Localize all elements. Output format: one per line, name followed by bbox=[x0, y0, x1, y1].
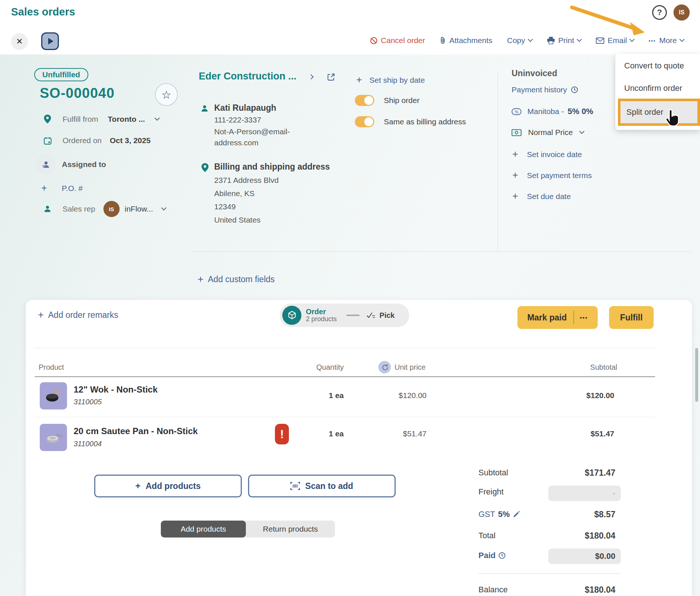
address-title: Billing and shipping address bbox=[214, 162, 330, 172]
balance-amount: $180.04 bbox=[585, 585, 621, 595]
tax-edit[interactable]: GST 5% bbox=[478, 510, 520, 519]
copy-button[interactable]: Copy bbox=[507, 36, 532, 45]
mark-paid-button[interactable]: Mark paid ••• bbox=[517, 306, 598, 329]
tax-row: GST 5% $8.57 bbox=[478, 508, 621, 521]
play-button[interactable] bbox=[41, 32, 59, 50]
ship-order-toggle[interactable] bbox=[355, 95, 374, 106]
paid-link[interactable]: Paid bbox=[478, 551, 506, 560]
customer-name[interactable]: Eder Construction ... bbox=[199, 71, 297, 82]
product-thumbnail-wok bbox=[40, 382, 67, 409]
calendar-icon bbox=[43, 136, 52, 145]
payment-history-link[interactable]: Payment history bbox=[512, 85, 578, 94]
tab-return-products[interactable]: Return products bbox=[246, 521, 335, 538]
assigned-to-label: Assigned to bbox=[62, 160, 106, 169]
svg-text:%: % bbox=[515, 110, 518, 114]
tax-scheme-row[interactable]: % Manitoba - 5% 0% bbox=[512, 107, 593, 116]
col-header-quantity: Quantity bbox=[283, 363, 344, 372]
assigned-to-row[interactable]: Assigned to bbox=[35, 154, 106, 175]
set-payment-terms[interactable]: Set payment terms bbox=[512, 170, 592, 181]
ordered-on-value: Oct 3, 2025 bbox=[110, 136, 151, 145]
col-header-product: Product bbox=[39, 363, 64, 372]
quantity-value[interactable]: 1 ea bbox=[283, 429, 344, 438]
invoice-status: Uninvoiced bbox=[512, 68, 557, 78]
more-dropdown-menu: Convert to quote Unconfirm order Split o… bbox=[615, 54, 700, 130]
no-entry-icon bbox=[370, 37, 378, 45]
quantity-value[interactable]: 1 ea bbox=[283, 391, 344, 400]
order-stage-icon bbox=[282, 306, 301, 325]
chevron-down-icon bbox=[155, 115, 160, 120]
contact-name: Kati Rulapaugh bbox=[214, 103, 276, 113]
pick-stage[interactable]: Pick bbox=[366, 311, 395, 320]
attachments-button[interactable]: Attachments bbox=[440, 36, 492, 45]
ship-order-row: Ship order bbox=[355, 95, 420, 106]
close-icon[interactable]: ✕ bbox=[11, 33, 28, 50]
same-as-billing-toggle[interactable] bbox=[355, 116, 374, 127]
plus-icon bbox=[512, 149, 518, 160]
fulfill-from-value: Toronto ... bbox=[108, 115, 145, 124]
address-line: 12349 bbox=[214, 202, 236, 211]
set-invoice-date[interactable]: Set invoice date bbox=[512, 149, 582, 160]
set-due-date[interactable]: Set due date bbox=[512, 191, 571, 202]
set-ship-by-date[interactable]: Set ship by date bbox=[356, 74, 425, 86]
chevron-down-icon bbox=[528, 37, 533, 42]
menu-item-unconfirm-order[interactable]: Unconfirm order bbox=[624, 84, 682, 93]
sales-order-page: Sales orders ? IS ✕ Cancel order Attachm… bbox=[0, 0, 700, 596]
scan-to-add-button[interactable]: Scan to add bbox=[248, 475, 396, 497]
unit-price-value[interactable]: $51.47 bbox=[375, 429, 427, 438]
email-button[interactable]: Email bbox=[596, 36, 634, 45]
external-link-icon[interactable] bbox=[327, 73, 335, 81]
add-custom-fields[interactable]: Add custom fields bbox=[198, 274, 275, 285]
percent-tag-icon: % bbox=[512, 108, 522, 115]
fulfill-from-row[interactable]: Fulfill from Toronto ... bbox=[43, 114, 159, 124]
pricing-refresh-icon[interactable] bbox=[378, 361, 391, 373]
print-button[interactable]: Print bbox=[547, 36, 581, 45]
scrollbar-thumb[interactable] bbox=[695, 348, 698, 402]
help-icon[interactable]: ? bbox=[652, 5, 667, 20]
plus-icon bbox=[512, 191, 518, 202]
assign-person-icon bbox=[35, 154, 56, 175]
contact-phone: 111-222-3337 bbox=[214, 116, 261, 124]
play-icon bbox=[48, 38, 53, 45]
address-line: United States bbox=[214, 216, 261, 224]
avatar[interactable]: IS bbox=[674, 4, 690, 21]
column-divider bbox=[498, 72, 498, 252]
same-as-billing-label: Same as billing address bbox=[384, 117, 466, 126]
order-stage[interactable]: Order 2 products bbox=[306, 308, 337, 323]
barcode-icon bbox=[290, 482, 300, 490]
button-divider bbox=[573, 311, 574, 324]
totals-divider bbox=[478, 573, 621, 574]
cancel-order-button[interactable]: Cancel order bbox=[370, 36, 425, 45]
mark-paid-more-icon[interactable]: ••• bbox=[580, 315, 588, 321]
product-sku: 3110004 bbox=[74, 440, 102, 448]
chevron-down-icon bbox=[629, 37, 634, 42]
unit-price-value[interactable]: $120.00 bbox=[375, 391, 427, 400]
chevron-down-icon bbox=[161, 205, 166, 210]
contact-person-icon bbox=[201, 104, 209, 113]
address-pin-icon bbox=[201, 163, 209, 173]
ellipsis-icon: ••• bbox=[648, 38, 656, 43]
person-icon bbox=[43, 205, 52, 213]
menu-item-convert-to-quote[interactable]: Convert to quote bbox=[624, 61, 684, 71]
page-title: Sales orders bbox=[11, 6, 75, 18]
star-icon[interactable]: ☆ bbox=[155, 83, 178, 106]
address-line: Abilene, KS bbox=[214, 189, 255, 198]
add-order-remarks[interactable]: Add order remarks bbox=[38, 309, 118, 321]
address-line: 2371 Address Blvd bbox=[214, 176, 279, 185]
menu-item-split-order[interactable]: Split order bbox=[618, 99, 700, 126]
sales-rep-value: inFlow... bbox=[125, 205, 153, 213]
subtotal-value: $120.00 bbox=[563, 391, 614, 400]
plus-icon bbox=[198, 274, 204, 285]
add-products-button[interactable]: + Add products bbox=[94, 475, 242, 497]
pricing-scheme-row[interactable]: Normal Price bbox=[512, 128, 584, 137]
fulfill-button[interactable]: Fulfill bbox=[609, 306, 654, 329]
paid-input[interactable]: $0.00 bbox=[548, 549, 621, 564]
tab-add-products[interactable]: Add products bbox=[161, 521, 246, 538]
freight-input[interactable]: - bbox=[548, 486, 621, 501]
plus-icon bbox=[512, 170, 518, 181]
more-button[interactable]: ••• More bbox=[648, 36, 684, 45]
same-as-billing-row: Same as billing address bbox=[355, 116, 466, 127]
subtotal-value: $51.47 bbox=[563, 429, 614, 438]
clock-icon bbox=[498, 552, 506, 559]
sales-rep-row[interactable]: Sales rep IS inFlow... bbox=[43, 201, 166, 217]
po-number-row[interactable]: P.O. # bbox=[41, 182, 83, 194]
